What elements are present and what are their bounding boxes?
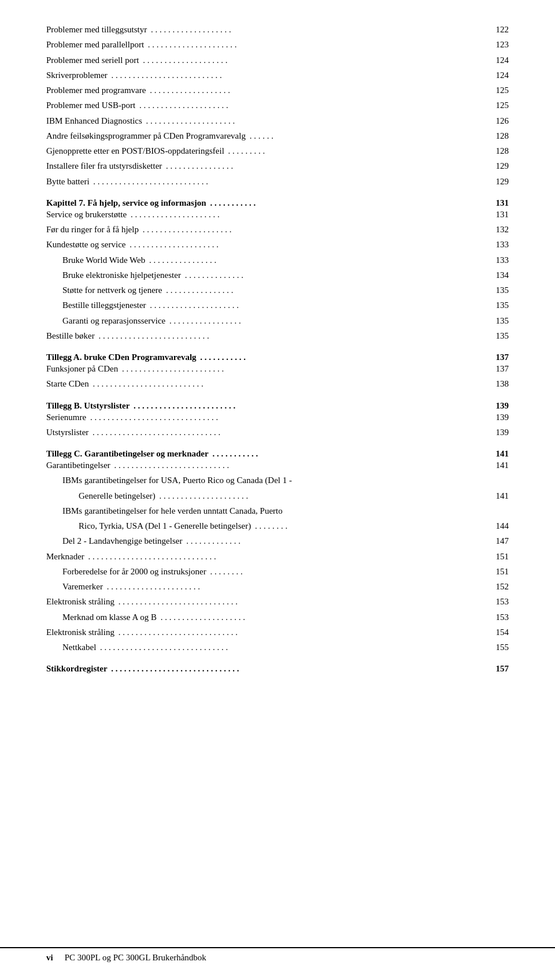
tc-entry-9: Merknad om klasse A og B . . . . . . . .… xyxy=(46,611,509,624)
toc-entry-5: Problemer med programvare . . . . . . . … xyxy=(46,84,509,97)
ta-entry-2: Starte CDen . . . . . . . . . . . . . . … xyxy=(46,377,509,391)
toc-entry-7: IBM Enhanced Diagnostics . . . . . . . .… xyxy=(46,114,509,128)
tc-entry-2b: Generelle betingelser) . . . . . . . . .… xyxy=(46,489,509,503)
tilleggB-heading: Tillegg B. Utstyrslister . . . . . . . .… xyxy=(46,401,509,411)
toc-entry-1: Problemer med tilleggsutstyr . . . . . .… xyxy=(46,23,509,36)
stikkordregister-heading: Stikkordregister . . . . . . . . . . . .… xyxy=(46,664,509,674)
tc-entry-2: IBMs garantibetingelser for USA, Puerto … xyxy=(46,474,509,487)
c7-entry-4: Bruke World Wide Web . . . . . . . . . .… xyxy=(46,254,509,267)
c7-entry-5: Bruke elektroniske hjelpetjenester . . .… xyxy=(46,269,509,282)
tc-entry-3b: Rico, Tyrkia, USA (Del 1 - Generelle bet… xyxy=(46,519,509,533)
toc-entry-4: Skriverproblemer . . . . . . . . . . . .… xyxy=(46,69,509,82)
tc-entry-11: Nettkabel . . . . . . . . . . . . . . . … xyxy=(46,641,509,654)
tilleggC-heading: Tillegg C. Garantibetingelser og merknad… xyxy=(46,449,509,459)
tc-entry-8: Elektronisk stråling . . . . . . . . . .… xyxy=(46,595,509,608)
c7-entry-1: Service og brukerstøtte . . . . . . . . … xyxy=(46,208,509,221)
tilleggA-heading: Tillegg A. bruke CDen Programvarevalg . … xyxy=(46,352,509,362)
toc-entry-10: Installere filer fra utstyrsdisketter . … xyxy=(46,159,509,173)
tb-entry-2: Utstyrslister . . . . . . . . . . . . . … xyxy=(46,426,509,439)
toc-section: Problemer med tilleggsutstyr . . . . . .… xyxy=(46,23,509,674)
toc-entry-2: Problemer med parallellport . . . . . . … xyxy=(46,38,509,51)
chapter7-heading: Kapittel 7. Få hjelp, service og informa… xyxy=(46,198,509,208)
toc-entry-3: Problemer med seriell port . . . . . . .… xyxy=(46,54,509,67)
tc-entry-4: Del 2 - Landavhengige betingelser . . . … xyxy=(46,534,509,548)
tc-entry-5: Merknader . . . . . . . . . . . . . . . … xyxy=(46,550,509,563)
c7-entry-2: Før du ringer for å få hjelp . . . . . .… xyxy=(46,223,509,236)
footer-text: PC 300PL og PC 300GL Brukerhåndbok xyxy=(65,953,206,963)
tc-entry-10: Elektronisk stråling . . . . . . . . . .… xyxy=(46,626,509,639)
toc-entry-8: Andre feilsøkingsprogrammer på CDen Prog… xyxy=(46,129,509,143)
toc-entry-11: Bytte batteri . . . . . . . . . . . . . … xyxy=(46,175,509,188)
tc-entry-1: Garantibetingelser . . . . . . . . . . .… xyxy=(46,459,509,472)
toc-entry-9: Gjenopprette etter en POST/BIOS-oppdater… xyxy=(46,144,509,158)
tc-entry-3: IBMs garantibetingelser for hele verden … xyxy=(46,504,509,518)
footer-label: vi xyxy=(46,953,53,963)
page-footer: vi PC 300PL og PC 300GL Brukerhåndbok xyxy=(0,947,555,963)
c7-entry-8: Garanti og reparasjonsservice . . . . . … xyxy=(46,314,509,328)
tb-entry-1: Serienumre . . . . . . . . . . . . . . .… xyxy=(46,411,509,424)
tc-entry-6: Forberedelse for år 2000 og instruksjone… xyxy=(46,565,509,578)
tc-entry-7: Varemerker . . . . . . . . . . . . . . .… xyxy=(46,580,509,593)
ta-entry-1: Funksjoner på CDen . . . . . . . . . . .… xyxy=(46,362,509,376)
c7-entry-3: Kundestøtte og service . . . . . . . . .… xyxy=(46,238,509,251)
toc-entry-6: Problemer med USB-port . . . . . . . . .… xyxy=(46,99,509,112)
c7-entry-7: Bestille tilleggstjenester . . . . . . .… xyxy=(46,299,509,312)
c7-entry-9: Bestille bøker . . . . . . . . . . . . .… xyxy=(46,329,509,343)
c7-entry-6: Støtte for nettverk og tjenere . . . . .… xyxy=(46,284,509,297)
